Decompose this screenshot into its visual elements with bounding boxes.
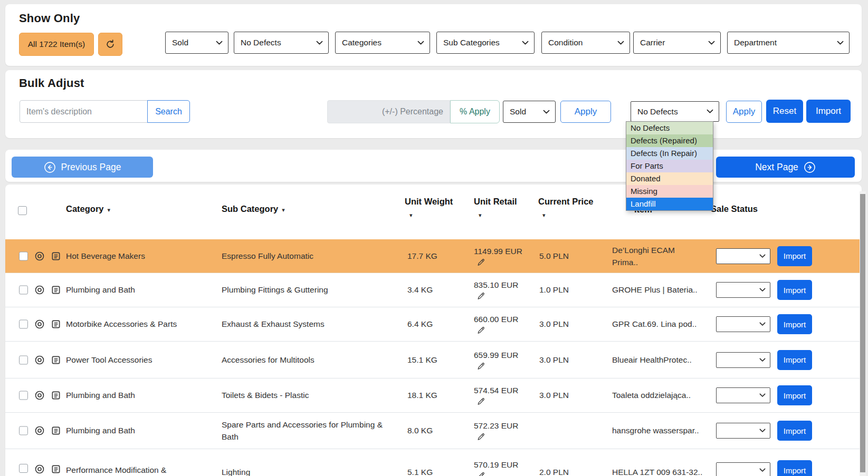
sale-status-select[interactable] xyxy=(716,282,770,298)
sale-status-select[interactable] xyxy=(716,423,770,439)
filter-categories-select[interactable]: Categories xyxy=(335,32,430,54)
edit-price-icon[interactable] xyxy=(476,292,485,301)
filter-department-select[interactable]: Department xyxy=(727,32,850,54)
dropdown-option-for-parts[interactable]: For Parts xyxy=(626,160,713,172)
details-icon[interactable] xyxy=(51,355,61,365)
vertical-scrollbar[interactable] xyxy=(860,191,866,476)
eye-icon[interactable] xyxy=(34,390,45,401)
sort-arrow-icon[interactable]: ▾ xyxy=(409,212,413,219)
sort-arrow-icon[interactable]: ▾ xyxy=(479,212,482,219)
details-icon[interactable] xyxy=(51,251,61,261)
import-button[interactable]: Import xyxy=(777,460,812,476)
header-current-price[interactable]: Current Price xyxy=(538,197,594,207)
filter-subcategories-select[interactable]: Sub Categories xyxy=(436,32,535,54)
table-row[interactable]: Power Tool Accessories Accessories for M… xyxy=(5,342,862,378)
edit-price-icon[interactable] xyxy=(476,471,485,476)
table-row[interactable]: Plumbing and Bath Toilets & Bidets - Pla… xyxy=(5,378,862,413)
details-icon[interactable] xyxy=(51,319,61,329)
edit-price-icon[interactable] xyxy=(476,397,485,406)
row-checkbox[interactable] xyxy=(19,320,28,329)
search-button[interactable]: Search xyxy=(147,100,190,123)
import-button[interactable]: Import xyxy=(777,314,812,334)
row-checkbox[interactable] xyxy=(19,251,28,260)
filter-condition-select[interactable]: Condition xyxy=(541,32,630,54)
sort-arrow-icon[interactable]: ▾ xyxy=(542,212,546,219)
edit-price-icon[interactable] xyxy=(476,362,485,371)
sale-status-select[interactable] xyxy=(716,352,770,368)
next-page-button[interactable]: Next Page xyxy=(716,157,855,178)
row-checkbox[interactable] xyxy=(19,464,28,473)
filter-sold-select[interactable]: Sold xyxy=(165,32,228,54)
percentage-input[interactable] xyxy=(327,100,450,123)
import-button[interactable]: Import xyxy=(777,421,812,441)
previous-page-button[interactable]: Previous Page xyxy=(12,157,153,178)
dropdown-option-defects-in-repair[interactable]: Defects (In Repair) xyxy=(626,147,713,160)
percent-apply-button[interactable]: % Apply xyxy=(450,100,500,123)
dropdown-option-missing[interactable]: Missing xyxy=(626,185,713,198)
header-unit-retail[interactable]: Unit Retail xyxy=(474,197,517,207)
details-icon[interactable] xyxy=(51,464,61,474)
chevron-down-icon xyxy=(216,41,223,45)
header-unit-weight[interactable]: Unit Weight xyxy=(405,197,453,207)
sale-apply-button[interactable]: Apply xyxy=(560,101,611,123)
dropdown-option-landfill[interactable]: Landfill xyxy=(626,198,713,210)
row-checkbox[interactable] xyxy=(19,286,28,295)
category-cell: Plumbing and Bath xyxy=(66,284,214,296)
details-icon[interactable] xyxy=(51,285,61,295)
bulk-sold-value: Sold xyxy=(510,107,526,116)
edit-price-icon[interactable] xyxy=(476,258,485,267)
row-checkbox[interactable] xyxy=(19,426,28,435)
bulk-sold-select[interactable]: Sold xyxy=(503,101,556,123)
defects-apply-button[interactable]: Apply xyxy=(726,101,762,123)
table-row[interactable]: Hot Beverage Makers Espresso Fully Autom… xyxy=(5,239,862,273)
current-price-cell: 5.0 PLN xyxy=(539,250,589,262)
edit-price-icon[interactable] xyxy=(476,326,485,335)
sale-status-select[interactable] xyxy=(716,462,770,476)
eye-icon[interactable] xyxy=(34,464,45,474)
table-row[interactable]: Performance Modification & Customization… xyxy=(5,449,862,476)
chevron-down-icon xyxy=(759,288,766,292)
row-checkbox[interactable] xyxy=(19,391,28,400)
defects-dropdown-list: No Defects Defects (Repaired) Defects (I… xyxy=(626,121,713,211)
bulk-import-button[interactable]: Import xyxy=(806,100,851,123)
bulk-defects-select[interactable]: No Defects xyxy=(631,101,719,122)
eye-icon[interactable] xyxy=(34,355,45,365)
all-items-count-button[interactable]: All 1722 Item(s) xyxy=(19,33,94,56)
edit-price-icon[interactable] xyxy=(476,433,485,442)
eye-icon[interactable] xyxy=(34,251,45,261)
details-icon[interactable] xyxy=(51,390,61,401)
table-row[interactable]: Motorbike Accessories & Parts Exhaust & … xyxy=(5,307,862,342)
unit-weight-cell: 15.1 KG xyxy=(407,354,457,366)
sale-status-select[interactable] xyxy=(716,248,770,264)
import-button[interactable]: Import xyxy=(777,385,812,405)
details-icon[interactable] xyxy=(51,425,61,436)
show-only-panel: Show Only All 1722 Item(s) Sold No Defec… xyxy=(5,4,862,66)
chevron-down-icon xyxy=(759,429,766,433)
category-cell: Motorbike Accessories & Parts xyxy=(66,318,214,330)
eye-icon[interactable] xyxy=(34,425,45,436)
filter-defects-select[interactable]: No Defects xyxy=(234,32,329,54)
sale-status-select[interactable] xyxy=(716,387,770,403)
import-button[interactable]: Import xyxy=(777,280,812,300)
table-row[interactable]: Plumbing and Bath Spare Parts and Access… xyxy=(5,413,862,449)
dropdown-option-no-defects[interactable]: No Defects xyxy=(626,122,713,134)
header-category[interactable]: Category▾ xyxy=(66,204,110,214)
import-button[interactable]: Import xyxy=(777,350,812,370)
eye-icon[interactable] xyxy=(34,285,45,295)
import-button[interactable]: Import xyxy=(777,246,812,266)
row-checkbox[interactable] xyxy=(19,355,28,364)
header-sub-category[interactable]: Sub Category▾ xyxy=(222,204,285,214)
dropdown-option-donated[interactable]: Donated xyxy=(626,172,713,185)
current-price-cell: 3.0 PLN xyxy=(539,389,589,401)
reset-button[interactable]: Reset xyxy=(766,100,803,123)
eye-icon[interactable] xyxy=(34,319,45,329)
scrollbar-thumb[interactable] xyxy=(860,194,865,472)
unit-retail-value: 1149.99 EUR xyxy=(474,245,533,257)
dropdown-option-defects-repaired[interactable]: Defects (Repaired) xyxy=(626,134,713,147)
item-description-input[interactable] xyxy=(20,100,148,123)
select-all-checkbox[interactable] xyxy=(18,206,27,215)
refresh-button[interactable] xyxy=(98,33,122,56)
sale-status-select[interactable] xyxy=(716,316,770,332)
table-row[interactable]: Plumbing and Bath Plumbing Fittings & Gu… xyxy=(5,273,862,307)
filter-carrier-select[interactable]: Carrier xyxy=(633,32,721,54)
